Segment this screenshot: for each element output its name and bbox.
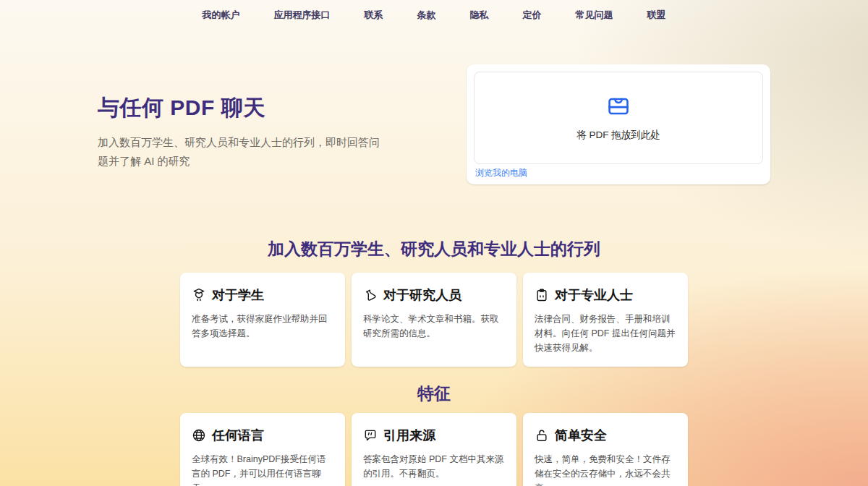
features-card-row: 任何语言 全球有效！BrainyPDF接受任何语言的 PDF，并可以用任何语言聊…: [180, 413, 688, 486]
top-nav: 我的帐户 应用程序接口 联系 条款 隐私 定价 常见问题 联盟: [0, 0, 868, 22]
nav-link-pricing[interactable]: 定价: [523, 9, 542, 22]
hero-text-block: 与任何 PDF 聊天 加入数百万学生、研究人员和专业人士的行列，即时回答问题并了…: [98, 64, 387, 171]
page-title: 与任何 PDF 聊天: [98, 93, 387, 123]
upload-card: 将 PDF 拖放到此处 浏览我的电脑: [467, 64, 770, 184]
card-body: 科学论文、学术文章和书籍。获取研究所需的信息。: [363, 312, 505, 341]
drop-label: 将 PDF 拖放到此处: [576, 129, 660, 142]
nav-link-affiliate[interactable]: 联盟: [647, 9, 666, 22]
nav-link-api[interactable]: 应用程序接口: [274, 9, 331, 22]
card-easy-secure: 简单安全 快速，简单，免费和安全！文件存储在安全的云存储中，永远不会共享。: [523, 413, 688, 486]
card-body: 答案包含对原始 PDF 文档中其来源的引用。不再翻页。: [363, 453, 505, 482]
nav-link-privacy[interactable]: 隐私: [470, 9, 489, 22]
features-section-heading: 特征: [0, 383, 868, 405]
nav-link-contact[interactable]: 联系: [365, 9, 383, 22]
audience-section-heading: 加入数百万学生、研究人员和专业人士的行列: [0, 238, 868, 260]
card-title: 引用来源: [383, 427, 435, 444]
lock-icon: [535, 428, 549, 443]
citation-bubble-icon: [363, 428, 378, 443]
card-title: 简单安全: [555, 427, 607, 444]
nav-link-terms[interactable]: 条款: [417, 9, 436, 22]
card-title: 任何语言: [212, 427, 264, 444]
card-professionals: 对于专业人士 法律合同、财务报告、手册和培训材料。向任何 PDF 提出任何问题并…: [523, 273, 688, 367]
card-students: 对于学生 准备考试，获得家庭作业帮助并回答多项选择题。: [180, 273, 345, 367]
card-cited-sources: 引用来源 答案包含对原始 PDF 文档中其来源的引用。不再翻页。: [352, 413, 516, 486]
nav-link-my-account[interactable]: 我的帐户: [203, 9, 240, 22]
card-body: 法律合同、财务报告、手册和培训材料。向任何 PDF 提出任何问题并快速获得见解。: [535, 312, 676, 355]
nav-link-faq[interactable]: 常见问题: [576, 9, 613, 22]
browse-computer-link[interactable]: 浏览我的电脑: [475, 167, 527, 179]
card-title: 对于专业人士: [555, 286, 633, 304]
card-body: 准备考试，获得家庭作业帮助并回答多项选择题。: [192, 312, 333, 341]
card-researchers: 对于研究人员 科学论文、学术文章和书籍。获取研究所需的信息。: [352, 273, 516, 367]
clipboard-icon: [535, 288, 549, 302]
card-title: 对于学生: [212, 286, 264, 304]
hero-section: 与任何 PDF 聊天 加入数百万学生、研究人员和专业人士的行列，即时回答问题并了…: [98, 64, 770, 184]
card-any-language: 任何语言 全球有效！BrainyPDF接受任何语言的 PDF，并可以用任何语言聊…: [180, 413, 345, 486]
researcher-flask-icon: [363, 288, 378, 302]
inbox-tray-icon: [606, 94, 631, 122]
audience-card-row: 对于学生 准备考试，获得家庭作业帮助并回答多项选择题。 对于研究人员 科学论文、…: [180, 273, 688, 367]
student-icon: [192, 288, 206, 302]
card-body: 全球有效！BrainyPDF接受任何语言的 PDF，并可以用任何语言聊天。: [192, 453, 333, 486]
card-title: 对于研究人员: [383, 286, 461, 304]
pdf-dropzone[interactable]: 将 PDF 拖放到此处: [474, 72, 763, 164]
hero-subtitle: 加入数百万学生、研究人员和专业人士的行列，即时回答问题并了解 AI 的研究: [98, 133, 383, 171]
card-body: 快速，简单，免费和安全！文件存储在安全的云存储中，永远不会共享。: [535, 453, 676, 486]
globe-icon: [192, 428, 206, 443]
